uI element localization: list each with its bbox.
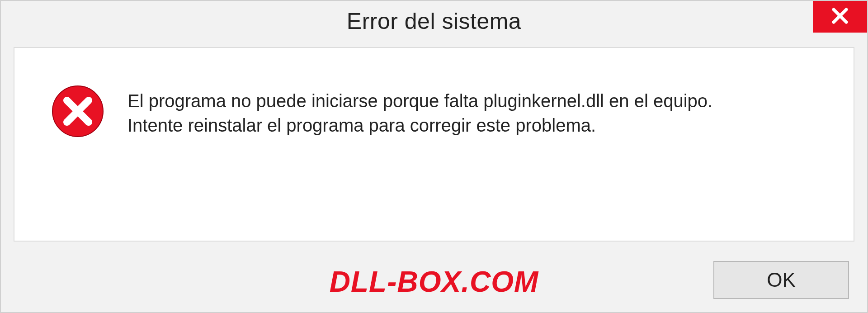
error-dialog: Error del sistema El programa no puede i…	[0, 0, 868, 313]
message-line-1: El programa no puede iniciarse porque fa…	[127, 89, 712, 113]
ok-button[interactable]: OK	[713, 261, 849, 299]
message-line-2: Intente reinstalar el programa para corr…	[127, 113, 712, 138]
ok-button-label: OK	[767, 269, 796, 291]
titlebar: Error del sistema	[1, 1, 867, 42]
dialog-title: Error del sistema	[347, 8, 521, 34]
dialog-message: El programa no puede iniciarse porque fa…	[127, 89, 712, 138]
close-button[interactable]	[813, 1, 867, 33]
watermark-text: DLL-BOX.COM	[330, 265, 539, 299]
close-icon	[831, 7, 849, 27]
error-icon	[51, 84, 105, 138]
dialog-body: El programa no puede iniciarse porque fa…	[14, 47, 854, 242]
dialog-footer: DLL-BOX.COM OK	[1, 242, 867, 309]
